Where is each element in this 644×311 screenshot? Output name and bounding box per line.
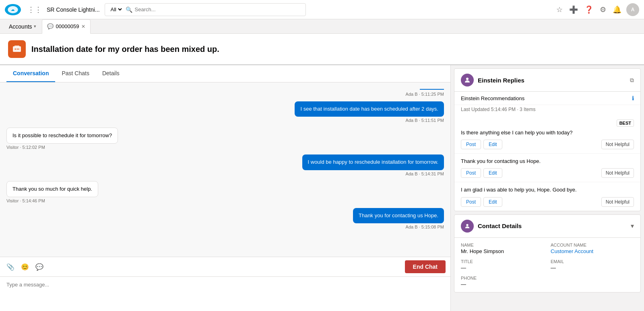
- accounts-tab[interactable]: Accounts ▾: [5, 19, 40, 34]
- chat-message-1: Is it possible to reschedule it for tomo…: [6, 128, 444, 150]
- message-input[interactable]: [6, 282, 444, 306]
- account-name-field: Account Name Customer Account: [551, 243, 634, 254]
- typing-line: [420, 89, 444, 90]
- reply-2-post-button[interactable]: Post: [461, 168, 481, 178]
- einstein-card: Einstein Replies ⧉ Einstein Recommendati…: [454, 68, 641, 211]
- tab-close-icon[interactable]: ✕: [81, 24, 85, 29]
- contact-icon: [461, 220, 474, 233]
- title-label: Title: [461, 259, 544, 264]
- favorites-icon[interactable]: ☆: [556, 5, 563, 14]
- name-label: Name: [461, 243, 544, 247]
- einstein-header: Einstein Replies ⧉: [454, 69, 640, 92]
- phone-field: Phone —: [461, 276, 544, 287]
- svg-point-4: [15, 49, 16, 50]
- user-avatar[interactable]: A: [626, 3, 639, 16]
- tab-conversation[interactable]: Conversation: [6, 65, 55, 82]
- contact-body: Name Mr. Hope Simpson Account Name Custo…: [454, 238, 640, 292]
- active-tab[interactable]: 💬 00000059 ✕: [42, 19, 91, 34]
- search-input[interactable]: [135, 6, 301, 12]
- add-icon[interactable]: ➕: [569, 5, 578, 14]
- contact-fields: Name Mr. Hope Simpson Account Name Custo…: [461, 243, 634, 287]
- end-chat-button[interactable]: End Chat: [405, 260, 446, 273]
- reply-2-edit-button[interactable]: Edit: [483, 168, 502, 178]
- title-value: —: [461, 265, 544, 271]
- chat-input-area: [0, 277, 450, 311]
- chat-bubble-4: Thank you for contacting us Hope.: [353, 208, 444, 223]
- chat-message-0: I see that installation date has been sc…: [6, 101, 444, 123]
- svg-point-7: [466, 224, 468, 226]
- tabs-bar: Accounts ▾ 💬 00000059 ✕: [0, 19, 644, 34]
- account-name-value[interactable]: Customer Account: [551, 248, 634, 254]
- case-title: Installation date for my order has been …: [31, 45, 219, 54]
- tab-details[interactable]: Details: [96, 65, 126, 82]
- svg-point-6: [466, 78, 469, 80]
- reply-1-edit-button[interactable]: Edit: [483, 140, 502, 149]
- nav-icons: ☆ ➕ ❓ ⚙ 🔔: [556, 5, 621, 14]
- reply-1-not-helpful-button[interactable]: Not Helpful: [601, 140, 634, 149]
- grid-icon[interactable]: ⋮⋮: [27, 5, 42, 14]
- reply-3-post-button[interactable]: Post: [461, 197, 481, 207]
- chat-bubble-2: I would be happy to reschedule installat…: [302, 154, 444, 170]
- settings-icon[interactable]: ⚙: [600, 5, 606, 14]
- name-value: Mr. Hope Simpson: [461, 248, 544, 254]
- app-name: SR Console Lightni...: [47, 6, 100, 13]
- inner-tabs: Conversation Past Chats Details: [0, 65, 450, 82]
- einstein-icon: [461, 74, 474, 87]
- svg-text:☁: ☁: [11, 7, 15, 12]
- title-field: Title —: [461, 259, 544, 271]
- agent-meta-typing: Ada B · 5:11:25 PM: [406, 92, 444, 97]
- chat-meta-1: Visitor · 5:12:02 PM: [6, 145, 45, 150]
- chat-bubble-1: Is it possible to reschedule it for tomo…: [6, 128, 118, 144]
- einstein-title: Einstein Replies: [478, 77, 626, 84]
- contact-title: Contact Details: [478, 222, 627, 229]
- reply-1-header: BEST: [461, 119, 634, 127]
- accounts-tab-label: Accounts: [9, 23, 32, 30]
- chat-meta-3: Visitor · 5:14:46 PM: [6, 198, 45, 203]
- email-field: Email —: [551, 259, 634, 271]
- contact-header: Contact Details ▾: [454, 215, 640, 238]
- agent-typing-indicator: Ada B · 5:11:25 PM: [6, 89, 444, 97]
- quick-text-button[interactable]: 💬: [34, 261, 45, 272]
- reply-2-not-helpful-button[interactable]: Not Helpful: [601, 168, 634, 178]
- phone-value: —: [461, 281, 544, 287]
- reply-1-actions: Post Edit Not Helpful: [461, 140, 634, 149]
- contact-card: Contact Details ▾ Name Mr. Hope Simpson …: [454, 214, 641, 292]
- best-badge: BEST: [617, 119, 634, 127]
- reply-3-edit-button[interactable]: Edit: [483, 197, 502, 207]
- reply-item-1: BEST Is there anything else I can help y…: [454, 115, 640, 154]
- phone-label: Phone: [461, 276, 544, 280]
- case-icon: [8, 40, 26, 58]
- contact-collapse-icon[interactable]: ▾: [631, 222, 634, 230]
- chat-area: Ada B · 5:11:25 PM I see that installati…: [0, 82, 450, 257]
- chat-message-3: Thank you so much for quick help.Visitor…: [6, 181, 444, 203]
- salesforce-logo[interactable]: ☁: [5, 4, 21, 15]
- attach-file-button[interactable]: 📎: [5, 261, 16, 272]
- reply-1-post-button[interactable]: Post: [461, 140, 481, 149]
- account-name-label: Account Name: [551, 243, 634, 247]
- reply-2-actions: Post Edit Not Helpful: [461, 168, 634, 178]
- chat-message-2: I would be happy to reschedule installat…: [6, 154, 444, 176]
- einstein-collapse-icon[interactable]: ⧉: [630, 77, 634, 84]
- reply-3-not-helpful-button[interactable]: Not Helpful: [601, 197, 634, 207]
- einstein-info-icon[interactable]: ℹ: [632, 95, 634, 101]
- einstein-rec-label: Einstein Recommendations: [461, 95, 524, 101]
- right-panel: Einstein Replies ⧉ Einstein Recommendati…: [451, 65, 644, 311]
- email-label: Email: [551, 259, 634, 264]
- emoji-button[interactable]: 😊: [19, 261, 31, 272]
- top-navigation: ☁ ⋮⋮ SR Console Lightni... All 🔍 ☆ ➕ ❓ ⚙…: [0, 0, 644, 19]
- chat-meta-0: Ada B · 5:11:51 PM: [406, 118, 444, 123]
- email-value: —: [551, 265, 634, 271]
- svg-rect-3: [14, 45, 19, 47]
- search-filter-select[interactable]: All: [109, 6, 123, 13]
- search-icon: 🔍: [126, 6, 132, 13]
- help-icon[interactable]: ❓: [584, 5, 593, 14]
- tab-past-chats[interactable]: Past Chats: [55, 65, 95, 82]
- chat-meta-2: Ada B · 5:14:31 PM: [406, 171, 444, 176]
- chat-meta-4: Ada B · 5:15:08 PM: [406, 224, 444, 229]
- notifications-icon[interactable]: 🔔: [613, 5, 621, 14]
- reply-1-text: Is there anything else I can help you wi…: [461, 129, 634, 136]
- einstein-subheader: Einstein Recommendations ℹ: [454, 92, 640, 105]
- global-search-bar[interactable]: All 🔍: [105, 3, 306, 16]
- chat-message-4: Thank you for contacting us Hope.Ada B ·…: [6, 208, 444, 229]
- case-header: Installation date for my order has been …: [0, 34, 644, 65]
